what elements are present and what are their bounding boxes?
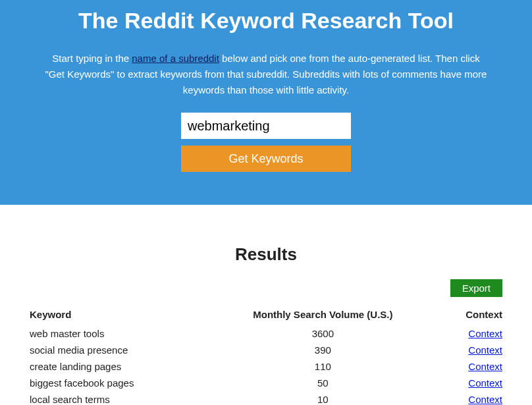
context-link[interactable]: Context bbox=[468, 328, 502, 339]
volume-cell: 3600 bbox=[205, 325, 440, 342]
subreddit-input[interactable] bbox=[181, 113, 351, 139]
table-row: local search terms10Context bbox=[30, 391, 502, 405]
keyword-cell: biggest facebook pages bbox=[30, 375, 205, 391]
context-cell: Context bbox=[440, 375, 502, 391]
volume-cell: 10 bbox=[205, 391, 440, 405]
context-cell: Context bbox=[440, 325, 502, 342]
volume-cell: 50 bbox=[205, 375, 440, 391]
column-header-volume: Monthly Search Volume (U.S.) bbox=[205, 309, 440, 325]
keyword-cell: local search terms bbox=[30, 391, 205, 405]
get-keywords-button[interactable]: Get Keywords bbox=[181, 146, 351, 172]
hero-description: Start typing in the name of a subreddit … bbox=[42, 51, 490, 98]
keyword-cell: web master tools bbox=[30, 325, 205, 342]
volume-cell: 390 bbox=[205, 342, 440, 358]
input-group: Get Keywords bbox=[26, 113, 506, 172]
context-link[interactable]: Context bbox=[468, 394, 502, 405]
table-row: social media presence390Context bbox=[30, 342, 502, 358]
desc-pre: Start typing in the bbox=[52, 53, 132, 64]
column-header-keyword: Keyword bbox=[30, 309, 205, 325]
table-header-row: Keyword Monthly Search Volume (U.S.) Con… bbox=[30, 309, 502, 325]
export-button[interactable]: Export bbox=[450, 279, 502, 297]
table-row: biggest facebook pages50Context bbox=[30, 375, 502, 391]
export-row: Export bbox=[30, 279, 502, 297]
context-link[interactable]: Context bbox=[468, 344, 502, 356]
results-section: Results Export Keyword Monthly Search Vo… bbox=[0, 205, 532, 405]
table-row: web master tools3600Context bbox=[30, 325, 502, 342]
hero-section: The Reddit Keyword Research Tool Start t… bbox=[0, 0, 532, 205]
results-table: Keyword Monthly Search Volume (U.S.) Con… bbox=[30, 309, 502, 405]
results-title: Results bbox=[30, 244, 502, 265]
volume-cell: 110 bbox=[205, 358, 440, 375]
column-header-context: Context bbox=[440, 309, 502, 325]
keyword-cell: create landing pages bbox=[30, 358, 205, 375]
context-cell: Context bbox=[440, 342, 502, 358]
keyword-cell: social media presence bbox=[30, 342, 205, 358]
context-cell: Context bbox=[440, 358, 502, 375]
context-link[interactable]: Context bbox=[468, 361, 502, 372]
context-link[interactable]: Context bbox=[468, 377, 502, 389]
table-row: create landing pages110Context bbox=[30, 358, 502, 375]
context-cell: Context bbox=[440, 391, 502, 405]
subreddit-name-link[interactable]: name of a subreddit bbox=[132, 53, 219, 64]
page-title: The Reddit Keyword Research Tool bbox=[26, 8, 506, 34]
